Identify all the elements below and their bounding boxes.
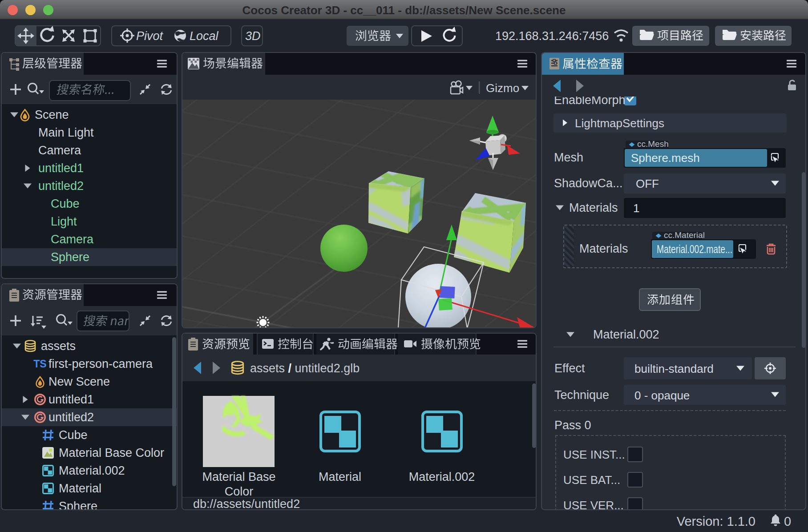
svg-text:USE INST...: USE INST... [563,448,625,461]
svg-text:Color: Color [225,485,254,498]
svg-text:Sphere: Sphere [59,500,97,510]
svg-text:Material Base: Material Base [202,470,275,484]
svg-text:Material.002: Material.002 [409,470,475,484]
svg-text:Material: Material [59,482,101,495]
svg-text:Light: Light [51,215,77,228]
svg-text:Technique: Technique [554,388,609,402]
svg-text:0 - opaque: 0 - opaque [634,389,690,402]
svg-text:builtin-standard: builtin-standard [634,362,714,375]
svg-text:assets: assets [41,339,76,353]
svg-text:0: 0 [784,514,791,528]
svg-text:first-person-camera: first-person-camera [48,357,153,371]
svg-text:Camera: Camera [51,233,94,246]
svg-text:Materials: Materials [579,242,628,255]
svg-text:assets / untitled2.glb: assets / untitled2.glb [250,362,360,375]
svg-text:USE VER...: USE VER... [563,499,624,510]
svg-text:OFF: OFF [636,177,659,190]
svg-text:untitled2: untitled2 [38,179,84,193]
svg-text:Materials: Materials [569,201,618,214]
svg-text:Material.002: Material.002 [593,328,659,341]
svg-text:LightmapSettings: LightmapSettings [575,117,664,130]
svg-text:Camera: Camera [38,144,81,157]
svg-text:Cube: Cube [59,428,88,442]
svg-text:Pass 0: Pass 0 [554,419,591,432]
svg-text:Sphere.mesh: Sphere.mesh [631,151,700,165]
svg-text:Material.002: Material.002 [59,464,125,477]
svg-text:Gizmo: Gizmo [486,81,519,95]
svg-text:ShadowCa...: ShadowCa... [554,177,623,190]
svg-text:cc.Mesh: cc.Mesh [637,139,669,149]
svg-text:Cube: Cube [51,197,80,210]
svg-text:TS: TS [33,358,46,370]
svg-text:cc.Material: cc.Material [664,230,705,240]
svg-text:Material: Material [319,470,361,484]
svg-text:Scene: Scene [35,108,69,121]
svg-text:Material Base Color: Material Base Color [59,446,164,459]
svg-text:Main Light: Main Light [38,126,94,139]
svg-text:Sphere: Sphere [51,250,89,264]
svg-text:untitled1: untitled1 [38,161,84,175]
svg-text:untitled2: untitled2 [48,411,94,424]
svg-text:1: 1 [633,202,639,215]
svg-text:Material.002.mate...: Material.002.mate... [657,242,732,256]
svg-text:Mesh: Mesh [554,151,583,164]
svg-text:untitled1: untitled1 [48,393,94,406]
svg-text:Effect: Effect [554,362,585,375]
svg-text:db://assets/untitled2: db://assets/untitled2 [193,497,300,510]
svg-text:USE BAT...: USE BAT... [563,473,620,487]
svg-text:New Scene: New Scene [48,375,110,388]
